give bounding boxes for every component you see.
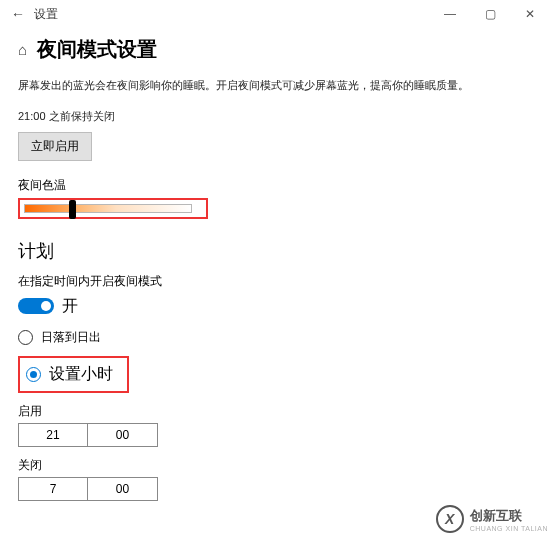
radio-inner-dot [30, 371, 37, 378]
schedule-toggle[interactable] [18, 298, 54, 314]
radio-set-hours-label: 设置小时 [49, 364, 113, 385]
watermark-text-group: 创新互联 CHUANG XIN TALIAN [470, 507, 548, 532]
minimize-button[interactable]: — [430, 0, 470, 28]
slider-label: 夜间色温 [18, 177, 536, 194]
color-temp-slider[interactable] [24, 204, 192, 213]
set-hours-highlight: 设置小时 [18, 356, 129, 393]
watermark-brand: 创新互联 [470, 507, 548, 525]
content-area: ⌂ 夜间模式设置 屏幕发出的蓝光会在夜间影响你的睡眠。开启夜间模式可减少屏幕蓝光… [0, 28, 554, 505]
radio-icon-on[interactable] [26, 367, 41, 382]
watermark-logo: X [436, 505, 464, 533]
turn-off-time[interactable]: 7 00 [18, 477, 536, 501]
status-line: 21:00 之前保持关闭 [18, 109, 536, 124]
back-icon[interactable]: ← [4, 6, 32, 22]
radio-sunset-label: 日落到日出 [41, 329, 101, 346]
watermark-sub: CHUANG XIN TALIAN [470, 525, 548, 532]
turn-on-label: 启用 [18, 403, 536, 420]
color-temp-highlight [18, 198, 208, 219]
schedule-toggle-row: 开 [18, 296, 536, 317]
toggle-state-label: 开 [62, 296, 78, 317]
maximize-button[interactable]: ▢ [470, 0, 510, 28]
turn-on-minute[interactable]: 00 [88, 423, 158, 447]
page-description: 屏幕发出的蓝光会在夜间影响你的睡眠。开启夜间模式可减少屏幕蓝光，提高你的睡眠质量… [18, 77, 536, 95]
page-title: 夜间模式设置 [37, 36, 157, 63]
radio-icon-off [18, 330, 33, 345]
turn-off-hour[interactable]: 7 [18, 477, 88, 501]
window-controls: — ▢ ✕ [430, 0, 550, 28]
watermark: X 创新互联 CHUANG XIN TALIAN [436, 505, 548, 533]
radio-sunset[interactable]: 日落到日出 [18, 329, 536, 346]
turn-on-now-button[interactable]: 立即启用 [18, 132, 92, 161]
turn-on-hour[interactable]: 21 [18, 423, 88, 447]
turn-off-minute[interactable]: 00 [88, 477, 158, 501]
schedule-heading: 计划 [18, 239, 536, 263]
turn-off-label: 关闭 [18, 457, 536, 474]
slider-thumb[interactable] [69, 200, 76, 219]
turn-on-time[interactable]: 21 00 [18, 423, 536, 447]
window-title: 设置 [32, 6, 58, 23]
toggle-knob [41, 301, 51, 311]
close-button[interactable]: ✕ [510, 0, 550, 28]
home-icon[interactable]: ⌂ [18, 41, 27, 58]
title-bar: ← 设置 — ▢ ✕ [0, 0, 554, 28]
page-heading-row: ⌂ 夜间模式设置 [18, 36, 536, 63]
schedule-description: 在指定时间内开启夜间模式 [18, 273, 536, 290]
